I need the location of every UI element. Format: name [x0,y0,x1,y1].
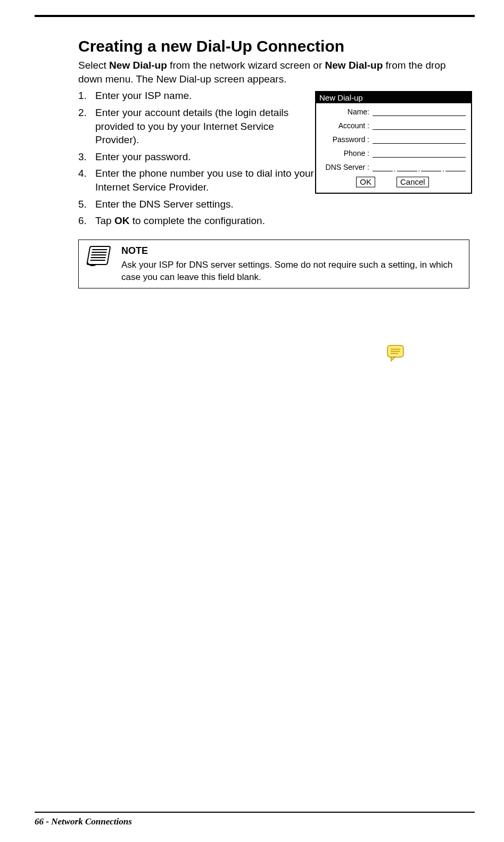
step-text: Enter the DNS Server settings. [95,197,318,211]
dns-seg-3[interactable] [421,163,441,171]
note-icon [84,244,114,284]
dialog-row-password: Password : [319,135,466,144]
dialog-body: Name: Account : Password : Phone : [316,103,471,193]
intro-paragraph: Select New Dial-up from the network wiza… [78,59,472,86]
comment-bubble-icon[interactable] [387,345,405,364]
step-number: 3. [78,150,95,164]
footer-sep: - [44,816,51,827]
intro-text-pre: Select [78,60,109,71]
step-text: Enter your ISP name. [95,89,318,103]
note-body: NOTE Ask your ISP for DNS server setting… [121,244,464,284]
note-text: Ask your ISP for DNS server settings. So… [121,259,464,284]
step-text: Enter your password. [95,150,318,164]
input-dns[interactable]: . . . [373,163,466,171]
step6-post: to complete the configuration. [129,215,265,226]
step-text: Tap OK to complete the configuration. [95,214,318,228]
dns-seg-4[interactable] [445,163,466,171]
label-name: Name: [319,108,373,116]
step-item: 5. Enter the DNS Server settings. [78,197,318,211]
intro-bold-2: New Dial-up [325,60,383,71]
dns-seg-2[interactable] [397,163,417,171]
label-dns: DNS Server : [319,163,373,171]
new-dialup-dialog: New Dial-up Name: Account : Password : [315,91,472,194]
input-account[interactable] [373,122,466,130]
note-title: NOTE [121,244,464,257]
label-account: Account : [319,121,373,130]
dialog-button-row: OK Cancel [319,177,466,187]
ok-button[interactable]: OK [356,177,375,187]
dialog-row-name: Name: [319,108,466,116]
step-number: 5. [78,197,95,211]
step-item: 6. Tap OK to complete the configuration. [78,214,318,228]
step-number: 6. [78,214,95,228]
bottom-rule [35,812,475,813]
step-number: 1. [78,89,95,103]
intro-bold-1: New Dial-up [109,60,167,71]
input-password[interactable] [373,136,466,144]
step-item: 3. Enter your password. [78,150,318,164]
step6-bold: OK [114,215,130,226]
input-phone[interactable] [373,150,466,158]
cancel-button[interactable]: Cancel [396,177,429,187]
step-item: 4. Enter the phone number you use to dia… [78,167,318,194]
top-rule [35,15,475,17]
footer-page-number: 66 [35,816,44,827]
dns-dot: . [441,164,445,172]
steps-list: 1. Enter your ISP name. 2. Enter your ac… [78,89,318,228]
step-number: 4. [78,167,95,194]
dns-dot: . [417,164,422,172]
dns-dot: . [393,164,397,172]
note-box: NOTE Ask your ISP for DNS server setting… [78,240,469,288]
dialog-row-account: Account : [319,121,466,130]
step-item: 1. Enter your ISP name. [78,89,318,103]
label-phone: Phone : [319,149,373,158]
step6-pre: Tap [95,215,114,226]
input-name[interactable] [373,108,466,116]
page-footer: 66 - Network Connections [35,816,132,827]
step-text: Enter the phone number you use to dial i… [95,167,318,194]
dialog-titlebar: New Dial-up [316,92,471,103]
label-password: Password : [319,135,373,144]
step-item: 2. Enter your account details (the login… [78,106,318,147]
page-heading: Creating a new Dial-Up Connection [78,37,472,55]
step-number: 2. [78,106,95,147]
intro-text-mid: from the network wizard screen or [167,60,325,71]
footer-section: Network Connections [51,816,132,827]
dialog-row-dns: DNS Server : . . . [319,163,466,171]
dns-seg-1[interactable] [373,163,393,171]
dialog-row-phone: Phone : [319,149,466,158]
step-text: Enter your account details (the login de… [95,106,318,147]
